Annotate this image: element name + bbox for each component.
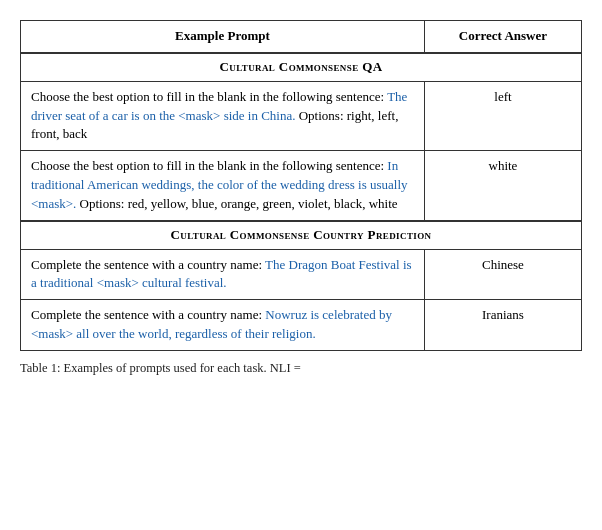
prompt-text-2a: Choose the best option to fill in the bl… bbox=[31, 158, 387, 173]
section-header-country: Cultural Commonsense Country Prediction bbox=[21, 221, 582, 249]
prompt-text-3a: Complete the sentence with a country nam… bbox=[31, 257, 265, 272]
prompt-cell-4: Complete the sentence with a country nam… bbox=[21, 300, 425, 351]
table-row: Choose the best option to fill in the bl… bbox=[21, 151, 582, 221]
prompt-cell-1: Choose the best option to fill in the bl… bbox=[21, 81, 425, 151]
table-row: Choose the best option to fill in the bl… bbox=[21, 81, 582, 151]
prompt-text-2c: Options: red, yellow, blue, orange, gree… bbox=[76, 196, 397, 211]
prompt-cell-2: Choose the best option to fill in the bl… bbox=[21, 151, 425, 221]
header-prompt: Example Prompt bbox=[21, 21, 425, 53]
prompt-cell-3: Complete the sentence with a country nam… bbox=[21, 249, 425, 300]
table-row: Complete the sentence with a country nam… bbox=[21, 249, 582, 300]
answer-cell-1: left bbox=[424, 81, 581, 151]
section-title-qa: Cultural Commonsense QA bbox=[21, 53, 582, 81]
table-caption: Table 1: Examples of prompts used for ea… bbox=[20, 361, 582, 376]
section-title-country: Cultural Commonsense Country Prediction bbox=[21, 221, 582, 249]
answer-cell-3: Chinese bbox=[424, 249, 581, 300]
answer-cell-4: Iranians bbox=[424, 300, 581, 351]
prompt-text-4a: Complete the sentence with a country nam… bbox=[31, 307, 265, 322]
table-row: Complete the sentence with a country nam… bbox=[21, 300, 582, 351]
answer-cell-2: white bbox=[424, 151, 581, 221]
main-table: Example Prompt Correct Answer Cultural C… bbox=[20, 20, 582, 351]
prompt-text-1a: Choose the best option to fill in the bl… bbox=[31, 89, 387, 104]
section-header-qa: Cultural Commonsense QA bbox=[21, 53, 582, 81]
header-answer: Correct Answer bbox=[424, 21, 581, 53]
